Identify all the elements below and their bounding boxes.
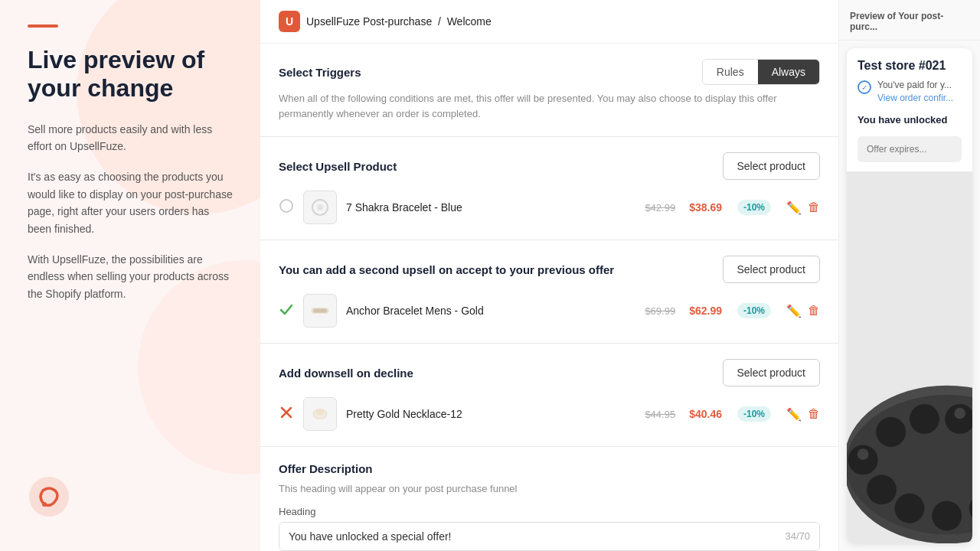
downsell-title: Add downsell on decline	[286, 405, 430, 419]
upsell-discount-badge: -10%	[725, 218, 762, 233]
right-preview-panel: Preview of Your post-purc... Test store …	[842, 50, 980, 551]
downsell-product-actions: ✎ 🗑	[779, 450, 820, 467]
second-upsell-product-thumb	[312, 324, 348, 360]
upsell-edit-button[interactable]: ✎	[779, 217, 795, 234]
offer-description-section: Offer Description This heading will appe…	[264, 496, 841, 551]
hero-desc-2: It's as easy as choosing the products yo…	[28, 187, 237, 256]
second-upsell-product-name: Anchor Bracelet Mens - Gold	[358, 336, 622, 348]
second-upsell-title: You can add a second upsell on accept to…	[286, 289, 643, 302]
triggers-header: Select Triggers Rules Always	[286, 68, 820, 93]
downsell-header: Add downsell on decline Select product	[286, 398, 820, 425]
upsell-price-sale: $38.69	[677, 220, 710, 232]
upsell-section: Select Upsell Product Select product ⟳ 7…	[264, 147, 841, 263]
content-area: Select Triggers Rules Always When all of…	[264, 50, 980, 551]
always-button[interactable]: Always	[757, 69, 819, 93]
preview-card: Test store #021 You've paid for y... Vie…	[851, 99, 972, 285]
brand-accent-line	[28, 31, 64, 34]
breadcrumb-separator: /	[436, 19, 439, 31]
svg-point-9	[926, 247, 932, 253]
second-upsell-price-sale: $62.99	[677, 336, 710, 348]
second-upsell-discount-badge: -10%	[725, 334, 762, 350]
downsell-product-name: Pretty Gold Necklace-12	[358, 452, 622, 465]
second-upsell-price-original: $69.99	[631, 337, 662, 348]
downsell-product-row: ✕ Pretty Gold Necklace-12 $44.95 $40.46 …	[286, 437, 820, 477]
downsell-product-thumb	[312, 440, 348, 477]
preview-offer-expires: Offer expires	[860, 177, 963, 198]
svg-point-7	[909, 218, 915, 224]
triggers-section: Select Triggers Rules Always When all of…	[264, 50, 841, 147]
second-upsell-product-actions: ✎ 🗑	[779, 334, 820, 350]
breadcrumb-app: UpsellFuze Post-purchase	[313, 19, 430, 31]
brand-logo	[28, 478, 67, 520]
upsell-status-icon: ⟳	[286, 217, 302, 234]
upsell-price-original: $42.99	[631, 220, 662, 232]
rules-button[interactable]: Rules	[701, 69, 757, 93]
upsell-product-actions: ✎ 🗑	[779, 217, 820, 234]
breadcrumb-current: Welcome	[445, 19, 488, 31]
preview-panel-title: Preview of Your post-purc...	[843, 50, 980, 90]
app-icon	[286, 14, 307, 35]
svg-point-2	[327, 223, 333, 229]
upsell-product-name: 7 Shakra Bracelet - Blue	[358, 220, 622, 232]
left-panel: Live preview of your change Sell more pr…	[0, 0, 264, 551]
downsell-delete-button[interactable]: 🗑	[802, 451, 820, 467]
second-upsell-section: You can add a second upsell on accept to…	[264, 263, 841, 380]
upsell-select-product-button[interactable]: Select product	[727, 165, 820, 192]
triggers-title: Select Triggers	[286, 74, 374, 88]
main-panel: UpsellFuze Post-purchase / Welcome Selec…	[264, 0, 980, 551]
upsell-delete-button[interactable]: 🗑	[802, 218, 820, 234]
breadcrumb: UpsellFuze Post-purchase / Welcome	[264, 0, 980, 50]
trigger-toggle: Rules Always	[701, 68, 820, 93]
svg-point-6	[893, 221, 931, 259]
downsell-discount-badge: -10%	[725, 451, 762, 466]
svg-point-10	[909, 256, 915, 262]
preview-paid-row: You've paid for y... View order confir..…	[860, 129, 963, 152]
svg-point-5	[324, 455, 336, 465]
triggers-description: When all of the following conditions are…	[286, 98, 820, 128]
upsell-header: Select Upsell Product Select product	[286, 165, 820, 192]
svg-point-8	[926, 227, 932, 233]
downsell-edit-button[interactable]: ✎	[779, 450, 795, 467]
svg-point-12	[892, 227, 898, 233]
preview-bracelet-image	[860, 206, 963, 275]
offer-description-title: Offer Description	[286, 514, 386, 528]
preview-order-confirm-link[interactable]: View order confir...	[878, 143, 948, 152]
second-upsell-delete-button[interactable]: 🗑	[802, 334, 820, 350]
offer-description-subtitle: This heading will appear on your post pu…	[286, 533, 820, 548]
downsell-select-product-button[interactable]: Select product	[727, 398, 820, 425]
preview-unlocked-text: You have unlocked	[860, 160, 963, 169]
hero-title: Live preview of your change	[28, 55, 237, 116]
second-upsell-select-product-button[interactable]: Select product	[727, 282, 820, 308]
downsell-section: Add downsell on decline Select product ✕…	[264, 380, 841, 496]
center-column: Select Triggers Rules Always When all of…	[264, 50, 842, 551]
svg-point-11	[892, 247, 898, 253]
second-upsell-edit-button[interactable]: ✎	[779, 334, 795, 350]
preview-check-icon	[860, 130, 874, 144]
second-upsell-header: You can add a second upsell on accept to…	[286, 282, 820, 308]
upsell-product-row: ⟳ 7 Shakra Bracelet - Blue $42.99 $38.69…	[286, 204, 820, 244]
preview-store-name: Test store #021	[860, 110, 963, 122]
second-upsell-status-icon: ✓	[286, 334, 302, 350]
downsell-status-icon: ✕	[286, 450, 302, 467]
upsell-title: Select Upsell Product	[286, 172, 412, 186]
downsell-price-sale: $40.46	[677, 452, 710, 465]
second-upsell-product-row: ✓ Anchor Bracelet Mens - Gold $69.99 $62…	[286, 321, 820, 360]
offer-description-header: Offer Description	[286, 514, 820, 528]
upsell-product-thumb	[312, 207, 348, 244]
hero-desc-1: Sell more products easily and with less …	[28, 138, 237, 172]
hero-desc-3: With UpsellFuze, the possibilities are e…	[28, 271, 237, 322]
downsell-price-original: $44.95	[631, 453, 662, 465]
preview-paid-text: You've paid for y...	[878, 132, 946, 142]
